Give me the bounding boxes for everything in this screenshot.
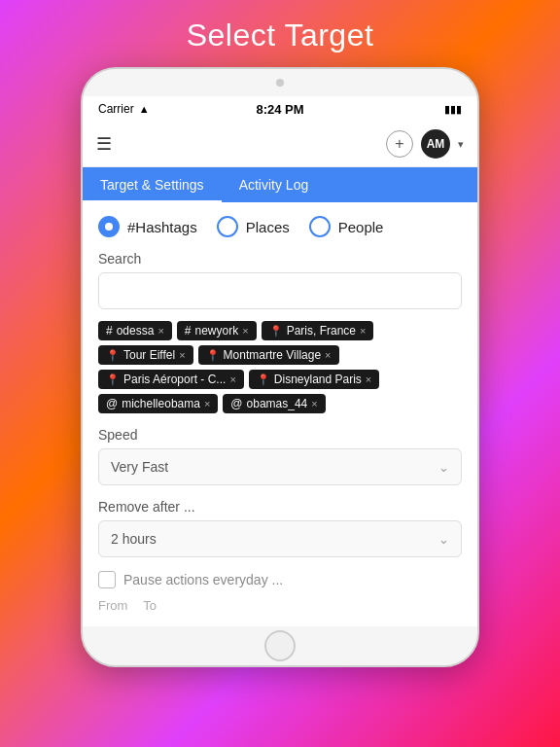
pin-icon: 📍	[269, 325, 283, 338]
toolbar: ☰ + AM ▾	[83, 122, 477, 167]
tag-remove-icon[interactable]: ×	[204, 398, 210, 409]
chevron-down-icon[interactable]: ▾	[458, 138, 464, 151]
tag-remove-icon[interactable]: ×	[360, 325, 366, 337]
avatar[interactable]: AM	[421, 129, 450, 159]
tag-remove-icon[interactable]: ×	[229, 374, 235, 385]
remove-after-select[interactable]: 2 hours ⌄	[98, 520, 462, 557]
tag-paris-aeroport[interactable]: 📍 Paris Aéroport - C... ×	[98, 370, 244, 389]
tag-label: odessa	[117, 324, 155, 338]
chevron-down-icon: ⌄	[438, 532, 449, 547]
pin-icon: 📍	[257, 374, 270, 386]
main-content: #Hashtags Places People Search # odessa …	[83, 202, 477, 626]
status-left: Carrier ▲	[98, 102, 150, 116]
tag-remove-icon[interactable]: ×	[242, 325, 248, 337]
radio-places-circle	[217, 216, 238, 237]
status-right: ▮▮▮	[444, 103, 462, 116]
tag-label: Paris, France	[287, 324, 356, 338]
pause-label: Pause actions everyday ...	[123, 572, 283, 587]
remove-after-value: 2 hours	[111, 531, 157, 547]
tab-activity-log[interactable]: Activity Log	[222, 167, 327, 202]
tag-remove-icon[interactable]: ×	[325, 349, 331, 361]
tag-michelleobama[interactable]: @ michelleobama ×	[98, 394, 218, 413]
add-button[interactable]: +	[386, 130, 413, 158]
pin-icon: 📍	[206, 349, 220, 362]
home-button[interactable]	[264, 630, 296, 661]
tag-label: obamas_44	[247, 397, 308, 410]
battery-icon: ▮▮▮	[444, 103, 462, 116]
tag-tour-eiffel[interactable]: 📍 Tour Eiffel ×	[98, 345, 193, 365]
tag-label: Tour Eiffel	[123, 348, 175, 362]
tag-remove-icon[interactable]: ×	[366, 374, 371, 385]
speed-label: Speed	[98, 427, 462, 443]
tag-at-icon: @	[230, 397, 242, 410]
radio-hashtags-circle	[98, 216, 120, 237]
device-bottom	[83, 626, 477, 665]
tab-target-settings[interactable]: Target & Settings	[83, 167, 222, 202]
tag-label: Montmartre Village	[224, 348, 322, 362]
radio-places-label: Places	[246, 219, 290, 235]
pause-checkbox[interactable]	[98, 571, 116, 588]
pause-row: Pause actions everyday ...	[98, 571, 462, 588]
speed-select[interactable]: Very Fast ⌄	[98, 448, 462, 485]
hamburger-menu-icon[interactable]: ☰	[96, 133, 112, 155]
tag-label: michelleobama	[122, 397, 200, 410]
radio-people-label: People	[338, 219, 384, 235]
wifi-icon: ▲	[139, 103, 150, 115]
radio-hashtags-label: #Hashtags	[127, 219, 197, 235]
to-label: To	[143, 598, 157, 613]
from-field: From	[98, 598, 127, 613]
tag-odessa[interactable]: # odessa ×	[98, 321, 172, 340]
status-time: 8:24 PM	[256, 102, 303, 117]
radio-places[interactable]: Places	[217, 216, 290, 237]
tag-disneyland[interactable]: 📍 Disneyland Paris ×	[249, 370, 379, 389]
to-field: To	[143, 598, 157, 613]
chevron-down-icon: ⌄	[438, 460, 449, 475]
speed-value: Very Fast	[111, 459, 168, 475]
device-top	[83, 69, 477, 96]
tag-label: Paris Aéroport - C...	[123, 373, 226, 386]
tag-paris-france[interactable]: 📍 Paris, France ×	[262, 321, 374, 340]
tag-remove-icon[interactable]: ×	[311, 398, 317, 409]
target-type-radio-group: #Hashtags Places People	[98, 216, 462, 237]
search-input[interactable]	[98, 272, 462, 309]
device-frame: Carrier ▲ 8:24 PM ▮▮▮ ☰ + AM ▾ Target & …	[81, 67, 479, 667]
pin-icon: 📍	[106, 349, 120, 362]
radio-hashtags[interactable]: #Hashtags	[98, 216, 197, 237]
radio-people[interactable]: People	[309, 216, 384, 237]
status-bar: Carrier ▲ 8:24 PM ▮▮▮	[83, 96, 477, 122]
tag-hashtag-icon: #	[185, 324, 192, 338]
tag-at-icon: @	[106, 397, 118, 410]
radio-people-circle	[309, 216, 331, 237]
tags-container: # odessa × # newyork × 📍 Paris, France ×…	[98, 321, 462, 413]
carrier-text: Carrier	[98, 102, 134, 116]
tag-obamas44[interactable]: @ obamas_44 ×	[223, 394, 325, 413]
tag-remove-icon[interactable]: ×	[179, 349, 185, 361]
tag-label: newyork	[195, 324, 239, 338]
tag-label: Disneyland Paris	[274, 373, 362, 386]
remove-after-label: Remove after ...	[98, 499, 462, 515]
page-title: Select Target	[187, 18, 374, 53]
from-label: From	[98, 598, 127, 613]
tag-remove-icon[interactable]: ×	[158, 325, 163, 337]
tag-newyork[interactable]: # newyork ×	[177, 321, 257, 340]
tag-hashtag-icon: #	[106, 324, 113, 338]
pin-icon: 📍	[106, 374, 120, 386]
tab-bar: Target & Settings Activity Log	[83, 167, 477, 202]
device-camera	[276, 79, 284, 87]
toolbar-right: + AM ▾	[386, 129, 464, 159]
from-to-row: From To	[98, 598, 462, 613]
tag-montmartre[interactable]: 📍 Montmartre Village ×	[198, 345, 339, 365]
search-label: Search	[98, 251, 462, 267]
